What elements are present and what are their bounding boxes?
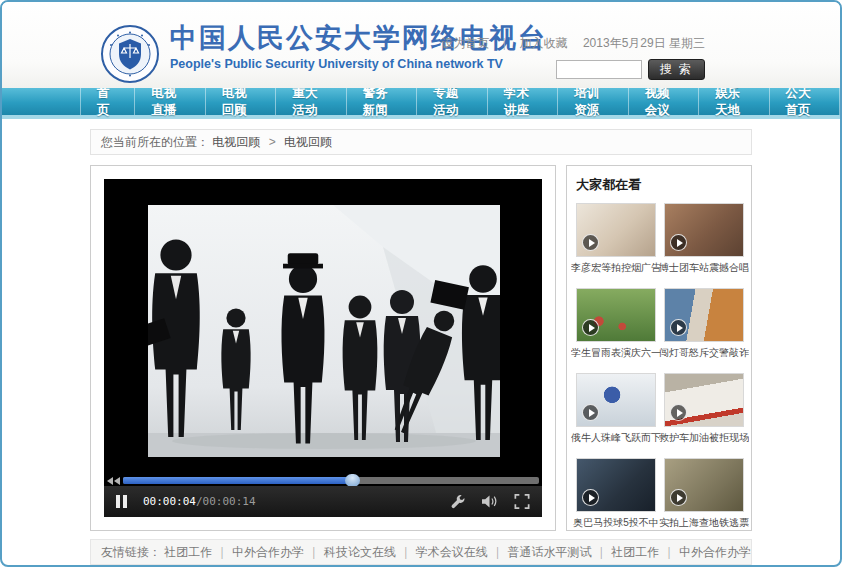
footer-separator: ｜: [400, 545, 412, 559]
video-thumbnail[interactable]: [664, 203, 744, 257]
video-cell: 奥巴马投球5投不中: [576, 458, 656, 531]
set-home-link[interactable]: 设为首页: [441, 36, 489, 50]
quick-links-separator: ｜: [498, 36, 510, 50]
video-cell: 俄牛人珠峰飞跃而下: [576, 373, 656, 453]
breadcrumb-separator: >: [269, 135, 276, 149]
main-nav: 首 页电视直播电视回顾重大活动警务新闻专题活动学术讲座培训资源视频会议娱乐天地公…: [2, 88, 840, 115]
nav-item[interactable]: 首 页: [80, 88, 135, 115]
breadcrumb: 您当前所在的位置： 电视回顾 > 电视回顾: [90, 129, 752, 155]
video-cell: 学生冒雨表演庆六一: [576, 288, 656, 368]
play-icon[interactable]: [670, 234, 687, 251]
video-thumbnail[interactable]: [576, 203, 656, 257]
footer-separator: ｜: [308, 545, 320, 559]
time-display: 00:00:04/00:00:14: [143, 495, 256, 508]
video-cell: 实拍上海查地铁逃票: [664, 458, 744, 531]
video-thumbnail[interactable]: [576, 458, 656, 512]
nav-item[interactable]: 娱乐天地: [699, 88, 769, 115]
wrench-icon[interactable]: [450, 494, 466, 509]
video-grid: 李彦宏等拍控烟广告博士团车站震撼合唱学生冒雨表演庆六一闯灯哥怒斥交警敲诈俄牛人珠…: [576, 203, 742, 531]
header-utilities: 设为首页 ｜ 加入收藏 2013年5月29日 星期三 搜 索: [441, 35, 705, 80]
play-icon[interactable]: [670, 489, 687, 506]
breadcrumb-prefix: 您当前所在的位置：: [101, 135, 209, 149]
video-caption[interactable]: 闯灯哥怒斥交警敲诈: [659, 346, 749, 360]
time-total: 00:00:14: [203, 495, 256, 508]
quick-links: 设为首页 ｜ 加入收藏 2013年5月29日 星期三: [441, 35, 705, 52]
play-icon[interactable]: [670, 404, 687, 421]
footer-link[interactable]: 社团工作: [611, 545, 659, 559]
main-content: 00:00:04/00:00:14 大家都在看: [90, 165, 752, 531]
nav-item[interactable]: 专题活动: [417, 88, 487, 115]
search-button[interactable]: 搜 索: [648, 59, 705, 80]
video-player: 00:00:04/00:00:14: [104, 179, 542, 517]
progress-row: [104, 475, 542, 486]
video-cell: 闯灯哥怒斥交警敲诈: [664, 288, 744, 368]
footer-prefix: 友情链接：: [101, 545, 161, 559]
play-icon[interactable]: [582, 319, 599, 336]
progress-fill: [123, 477, 352, 484]
nav-item[interactable]: 重大活动: [276, 88, 346, 115]
video-caption[interactable]: 博士团车站震撼合唱: [659, 261, 749, 275]
page-frame: 中国人民公安大学网络电视台 People's Public Security U…: [0, 0, 842, 567]
player-controls: 00:00:04/00:00:14: [104, 486, 542, 517]
footer-link[interactable]: 普通话水平测试: [507, 545, 591, 559]
search-input[interactable]: [556, 60, 642, 79]
time-separator: /: [196, 495, 203, 508]
university-seal-icon: [100, 24, 160, 84]
breadcrumb-section-link[interactable]: 电视回顾: [212, 135, 260, 149]
play-icon[interactable]: [582, 234, 599, 251]
video-cell: 李彦宏等拍控烟广告: [576, 203, 656, 283]
footer-link[interactable]: 中外合作办学: [232, 545, 304, 559]
footer-separator: ｜: [595, 545, 607, 559]
video-caption[interactable]: 学生冒雨表演庆六一: [571, 346, 661, 360]
site-header: 中国人民公安大学网络电视台 People's Public Security U…: [2, 2, 840, 88]
footer-link[interactable]: 学术会议在线: [416, 545, 488, 559]
rewind-icon[interactable]: [107, 477, 120, 485]
video-thumbnail[interactable]: [664, 288, 744, 342]
video-cell: 博士团车站震撼合唱: [664, 203, 744, 283]
play-icon[interactable]: [582, 404, 599, 421]
footer-link[interactable]: 社团工作: [164, 545, 212, 559]
search-bar: 搜 索: [441, 59, 705, 80]
footer-link[interactable]: 科技论文在线: [324, 545, 396, 559]
footer-link[interactable]: 中外合作办学: [679, 545, 751, 559]
fullscreen-icon[interactable]: [514, 494, 530, 509]
footer: 友情链接： 社团工作｜中外合作办学｜科技论文在线｜学术会议在线｜普通话水平测试｜…: [90, 539, 752, 565]
progress-bar[interactable]: [123, 477, 539, 484]
video-caption[interactable]: 俄牛人珠峰飞跃而下: [571, 431, 661, 445]
nav-item[interactable]: 电视回顾: [206, 88, 276, 115]
video-thumbnail[interactable]: [576, 373, 656, 427]
video-frame-illustration: [148, 205, 500, 457]
current-date: 2013年5月29日 星期三: [583, 36, 705, 50]
video-panel: 00:00:04/00:00:14: [90, 165, 556, 531]
video-caption[interactable]: 李彦宏等拍控烟广告: [571, 261, 661, 275]
footer-separator: ｜: [663, 545, 675, 559]
video-thumbnail[interactable]: [576, 288, 656, 342]
add-favorite-link[interactable]: 加入收藏: [520, 36, 568, 50]
university-logo[interactable]: [100, 24, 160, 84]
video-thumbnail[interactable]: [664, 458, 744, 512]
footer-links: 社团工作｜中外合作办学｜科技论文在线｜学术会议在线｜普通话水平测试｜社团工作｜中…: [164, 545, 752, 559]
video-caption[interactable]: 救护车加油被拒现场: [659, 431, 749, 445]
video-caption[interactable]: 实拍上海查地铁逃票: [659, 516, 749, 530]
nav-item[interactable]: 培训资源: [558, 88, 628, 115]
nav-item[interactable]: 电视直播: [135, 88, 205, 115]
pause-button[interactable]: [116, 495, 127, 508]
nav-item[interactable]: 警务新闻: [347, 88, 417, 115]
nav-item[interactable]: 学术讲座: [488, 88, 558, 115]
video-screen[interactable]: [148, 205, 500, 457]
video-caption[interactable]: 奥巴马投球5投不中: [571, 516, 661, 530]
time-current: 00:00:04: [143, 495, 196, 508]
footer-separator: ｜: [216, 545, 228, 559]
nav-item[interactable]: 公大首页: [770, 88, 840, 115]
sidebar-title: 大家都在看: [576, 176, 742, 194]
volume-icon[interactable]: [482, 494, 498, 509]
video-thumbnail[interactable]: [664, 373, 744, 427]
video-cell: 救护车加油被拒现场: [664, 373, 744, 453]
popular-videos-panel: 大家都在看 李彦宏等拍控烟广告博士团车站震撼合唱学生冒雨表演庆六一闯灯哥怒斥交警…: [566, 165, 752, 531]
footer-separator: ｜: [492, 545, 504, 559]
play-icon[interactable]: [582, 489, 599, 506]
play-icon[interactable]: [670, 319, 687, 336]
nav-item[interactable]: 视频会议: [629, 88, 699, 115]
breadcrumb-current[interactable]: 电视回顾: [284, 135, 332, 149]
